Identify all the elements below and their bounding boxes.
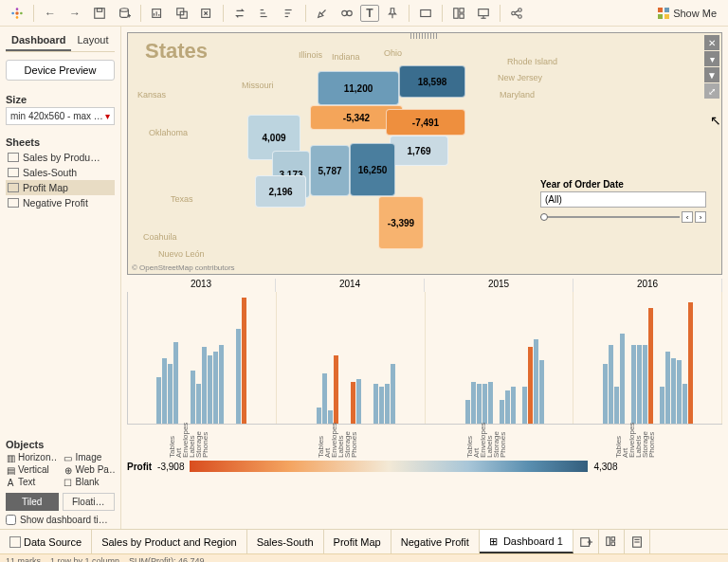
bar[interactable] xyxy=(156,377,161,424)
bar[interactable] xyxy=(505,390,510,424)
bar[interactable] xyxy=(373,384,378,424)
bar-chart[interactable]: 2013201420152016 TablesArtEnvelopesLabel… xyxy=(127,279,722,459)
tab-dashboard-1[interactable]: ⊞Dashboard 1 xyxy=(480,530,573,553)
bar[interactable] xyxy=(162,358,167,425)
state-florida[interactable]: -3,399 xyxy=(378,196,424,249)
new-data-icon[interactable] xyxy=(113,3,136,24)
new-worksheet-icon[interactable] xyxy=(573,530,599,553)
bar[interactable] xyxy=(385,384,390,424)
bar[interactable] xyxy=(191,371,195,424)
bar[interactable] xyxy=(665,352,670,424)
tab-sales-south[interactable]: Sales-South xyxy=(247,530,324,553)
bar[interactable] xyxy=(322,373,327,424)
tab-layout[interactable]: Layout xyxy=(71,30,114,51)
filter-slider[interactable] xyxy=(540,216,680,218)
bar[interactable] xyxy=(482,384,487,424)
device-preview-button[interactable]: Device Preview xyxy=(6,60,115,81)
bar[interactable] xyxy=(242,298,246,424)
sheet-item[interactable]: Negative Profit xyxy=(6,195,115,210)
bar[interactable] xyxy=(208,355,212,424)
bar[interactable] xyxy=(522,387,527,424)
tab-negative-profit[interactable]: Negative Profit xyxy=(391,530,480,553)
sheet-item[interactable]: Profit Map xyxy=(6,180,115,195)
bar[interactable] xyxy=(500,400,504,424)
tab-dashboard[interactable]: Dashboard xyxy=(6,30,71,51)
bar[interactable] xyxy=(477,384,482,424)
chevron-down-icon[interactable]: ▾ xyxy=(704,51,719,66)
bar[interactable] xyxy=(677,360,682,424)
pin-icon[interactable] xyxy=(381,3,404,24)
state-virginia[interactable]: 18,598 xyxy=(399,65,465,98)
profit-map[interactable]: States KansasOklahomaTexasMissouriIllino… xyxy=(127,32,722,275)
bar[interactable] xyxy=(631,345,636,424)
bar[interactable] xyxy=(213,352,218,424)
funnel-icon[interactable]: ▼ xyxy=(704,67,719,82)
close-icon[interactable]: ✕ xyxy=(704,35,719,50)
sheet-item[interactable]: Sales-South xyxy=(6,165,115,180)
filter-value[interactable]: (All) xyxy=(540,191,706,208)
bar[interactable] xyxy=(379,387,384,424)
bar[interactable] xyxy=(603,364,608,424)
new-story-icon[interactable] xyxy=(625,530,650,553)
bar[interactable] xyxy=(620,334,625,424)
logo-icon[interactable] xyxy=(6,3,28,24)
forward-icon[interactable]: → xyxy=(64,3,86,24)
bar[interactable] xyxy=(671,358,676,425)
text-icon[interactable]: T xyxy=(360,5,379,22)
tiled-button[interactable]: Tiled xyxy=(6,493,59,511)
bar[interactable] xyxy=(488,382,493,424)
bar[interactable] xyxy=(196,384,201,424)
highlight-icon[interactable] xyxy=(311,3,334,24)
tab-profit-map[interactable]: Profit Map xyxy=(324,530,391,553)
fit-icon[interactable] xyxy=(414,3,437,24)
sheet-item[interactable]: Sales by Produ… xyxy=(6,150,115,165)
tab-data-source[interactable]: Data Source xyxy=(0,530,92,553)
bar[interactable] xyxy=(688,302,693,424)
bar[interactable] xyxy=(317,408,321,424)
show-me-button[interactable]: Show Me xyxy=(652,6,722,21)
bar[interactable] xyxy=(534,339,538,424)
object-item[interactable]: AText xyxy=(6,477,58,487)
bar[interactable] xyxy=(539,360,544,424)
object-item[interactable]: ⊕Web Pa… xyxy=(64,464,116,475)
bar[interactable] xyxy=(236,329,241,424)
state-kentucky[interactable]: 11,200 xyxy=(318,71,399,105)
bar[interactable] xyxy=(465,400,470,424)
bar[interactable] xyxy=(682,384,687,424)
bar[interactable] xyxy=(356,379,361,424)
expand-icon[interactable]: ⤢ xyxy=(704,83,719,99)
state-louisiana[interactable]: 2,196 xyxy=(255,175,306,208)
bar[interactable] xyxy=(328,410,333,424)
bar[interactable] xyxy=(471,382,476,424)
bar[interactable] xyxy=(637,345,642,424)
clear-icon[interactable] xyxy=(195,3,218,24)
tab-sales-product-region[interactable]: Sales by Product and Region xyxy=(92,530,246,553)
object-item[interactable]: ▭Image xyxy=(64,452,116,462)
state-alabama[interactable]: 5,787 xyxy=(310,145,350,196)
dashboard-icon[interactable] xyxy=(447,3,470,24)
state-northcarolina[interactable]: -7,491 xyxy=(386,109,465,136)
state-southcarolina[interactable]: 1,769 xyxy=(390,136,448,166)
back-icon[interactable]: ← xyxy=(39,3,62,24)
bar[interactable] xyxy=(648,308,653,424)
group-icon[interactable] xyxy=(336,3,358,24)
worksheet-icon[interactable] xyxy=(146,3,169,24)
bar[interactable] xyxy=(351,382,355,424)
object-item[interactable]: ▥Horizon… xyxy=(6,452,58,462)
bar[interactable] xyxy=(609,345,613,424)
bar[interactable] xyxy=(643,345,647,424)
drag-grip-icon[interactable] xyxy=(410,33,439,39)
bar[interactable] xyxy=(614,387,619,424)
present-icon[interactable] xyxy=(472,3,495,24)
save-icon[interactable] xyxy=(88,3,111,24)
object-item[interactable]: ☐Blank xyxy=(64,477,116,487)
sort-desc-icon[interactable] xyxy=(278,3,300,24)
sort-asc-icon[interactable] xyxy=(253,3,276,24)
new-dashboard-icon[interactable] xyxy=(599,530,625,553)
bar[interactable] xyxy=(334,355,338,424)
bar[interactable] xyxy=(511,387,516,424)
duplicate-icon[interactable] xyxy=(171,3,193,24)
object-item[interactable]: ▤Vertical xyxy=(6,464,58,475)
state-georgia[interactable]: 16,250 xyxy=(350,143,395,196)
bar[interactable] xyxy=(202,347,207,424)
